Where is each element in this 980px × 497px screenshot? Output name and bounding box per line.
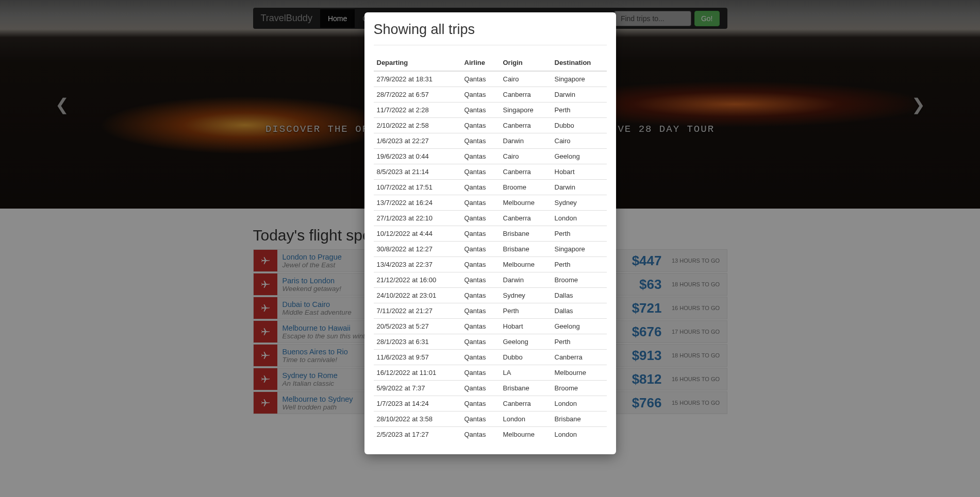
cell-airline: Qantas	[461, 412, 500, 427]
cell-departing: 5/9/2022 at 7:37	[374, 381, 461, 396]
cell-origin: Brisbane	[500, 242, 552, 257]
table-row[interactable]: 2/10/2022 at 2:58QantasCanberraDubbo	[374, 118, 607, 133]
cell-airline: Qantas	[461, 350, 500, 365]
table-row[interactable]: 11/6/2023 at 9:57QantasDubboCanberra	[374, 350, 607, 365]
cell-destination: Singapore	[552, 71, 607, 87]
table-row[interactable]: 11/7/2022 at 2:28QantasSingaporePerth	[374, 102, 607, 118]
cell-airline: Qantas	[461, 118, 500, 133]
col-departing[interactable]: Departing	[374, 55, 461, 71]
table-row[interactable]: 5/9/2022 at 7:37QantasBrisbaneBroome	[374, 381, 607, 396]
cell-departing: 30/8/2022 at 12:27	[374, 242, 461, 257]
cell-origin: Cairo	[500, 71, 552, 87]
cell-departing: 1/7/2023 at 14:24	[374, 396, 461, 412]
cell-origin: Canberra	[500, 396, 552, 412]
cell-origin: Darwin	[500, 133, 552, 149]
table-row[interactable]: 27/9/2022 at 18:31QantasCairoSingapore	[374, 71, 607, 87]
cell-destination: Geelong	[552, 319, 607, 334]
cell-origin: Brisbane	[500, 381, 552, 396]
table-row[interactable]: 8/5/2023 at 21:14QantasCanberraHobart	[374, 164, 607, 180]
cell-departing: 16/12/2022 at 11:01	[374, 365, 461, 381]
trips-table: Departing Airline Origin Destination 27/…	[374, 55, 607, 442]
cell-departing: 20/5/2023 at 5:27	[374, 319, 461, 334]
cell-departing: 8/5/2023 at 21:14	[374, 164, 461, 180]
cell-origin: Darwin	[500, 272, 552, 288]
cell-origin: Singapore	[500, 102, 552, 118]
cell-origin: LA	[500, 365, 552, 381]
cell-destination: Singapore	[552, 242, 607, 257]
cell-airline: Qantas	[461, 334, 500, 350]
cell-departing: 2/5/2023 at 17:27	[374, 427, 461, 442]
table-row[interactable]: 19/6/2023 at 0:44QantasCairoGeelong	[374, 149, 607, 164]
table-row[interactable]: 1/7/2023 at 14:24QantasCanberraLondon	[374, 396, 607, 412]
cell-destination: Dallas	[552, 303, 607, 319]
cell-airline: Qantas	[461, 242, 500, 257]
cell-airline: Qantas	[461, 87, 500, 102]
cell-departing: 11/6/2023 at 9:57	[374, 350, 461, 365]
table-row[interactable]: 27/1/2023 at 22:10QantasCanberraLondon	[374, 211, 607, 226]
cell-departing: 21/12/2022 at 16:00	[374, 272, 461, 288]
cell-departing: 19/6/2023 at 0:44	[374, 149, 461, 164]
cell-origin: Canberra	[500, 118, 552, 133]
cell-destination: Broome	[552, 272, 607, 288]
modal-title: Showing all trips	[374, 22, 607, 38]
cell-destination: Perth	[552, 226, 607, 242]
cell-origin: Cairo	[500, 149, 552, 164]
cell-origin: Canberra	[500, 164, 552, 180]
table-row[interactable]: 16/12/2022 at 11:01QantasLAMelbourne	[374, 365, 607, 381]
cell-origin: London	[500, 412, 552, 427]
table-row[interactable]: 13/7/2022 at 16:24QantasMelbourneSydney	[374, 195, 607, 211]
table-row[interactable]: 2/5/2023 at 17:27QantasMelbourneLondon	[374, 427, 607, 442]
cell-destination: Dallas	[552, 288, 607, 303]
col-destination[interactable]: Destination	[552, 55, 607, 71]
cell-departing: 27/1/2023 at 22:10	[374, 211, 461, 226]
cell-airline: Qantas	[461, 71, 500, 87]
cell-destination: Brisbane	[552, 412, 607, 427]
cell-destination: Cairo	[552, 133, 607, 149]
cell-airline: Qantas	[461, 257, 500, 272]
cell-origin: Canberra	[500, 87, 552, 102]
cell-departing: 24/10/2022 at 23:01	[374, 288, 461, 303]
table-row[interactable]: 20/5/2023 at 5:27QantasHobartGeelong	[374, 319, 607, 334]
cell-departing: 10/7/2022 at 17:51	[374, 180, 461, 195]
cell-departing: 1/6/2023 at 22:27	[374, 133, 461, 149]
table-row[interactable]: 10/12/2022 at 4:44QantasBrisbanePerth	[374, 226, 607, 242]
cell-origin: Geelong	[500, 334, 552, 350]
cell-origin: Melbourne	[500, 257, 552, 272]
cell-airline: Qantas	[461, 195, 500, 211]
table-row[interactable]: 24/10/2022 at 23:01QantasSydneyDallas	[374, 288, 607, 303]
cell-destination: Perth	[552, 334, 607, 350]
trips-modal: Showing all trips Departing Airline Orig…	[364, 12, 616, 454]
cell-departing: 27/9/2022 at 18:31	[374, 71, 461, 87]
cell-origin: Melbourne	[500, 427, 552, 442]
table-row[interactable]: 13/4/2023 at 22:37QantasMelbournePerth	[374, 257, 607, 272]
table-row[interactable]: 21/12/2022 at 16:00QantasDarwinBroome	[374, 272, 607, 288]
cell-airline: Qantas	[461, 226, 500, 242]
cell-departing: 28/1/2023 at 6:31	[374, 334, 461, 350]
divider	[374, 45, 607, 45]
col-origin[interactable]: Origin	[500, 55, 552, 71]
cell-destination: Sydney	[552, 195, 607, 211]
cell-departing: 13/7/2022 at 16:24	[374, 195, 461, 211]
table-row[interactable]: 28/1/2023 at 6:31QantasGeelongPerth	[374, 334, 607, 350]
cell-departing: 7/11/2022 at 21:27	[374, 303, 461, 319]
cell-airline: Qantas	[461, 180, 500, 195]
table-row[interactable]: 28/10/2022 at 3:58QantasLondonBrisbane	[374, 412, 607, 427]
table-row[interactable]: 10/7/2022 at 17:51QantasBroomeDarwin	[374, 180, 607, 195]
cell-departing: 11/7/2022 at 2:28	[374, 102, 461, 118]
cell-airline: Qantas	[461, 164, 500, 180]
cell-destination: Dubbo	[552, 118, 607, 133]
cell-origin: Hobart	[500, 319, 552, 334]
cell-origin: Broome	[500, 180, 552, 195]
table-row[interactable]: 1/6/2023 at 22:27QantasDarwinCairo	[374, 133, 607, 149]
cell-destination: Canberra	[552, 350, 607, 365]
cell-destination: Melbourne	[552, 365, 607, 381]
cell-destination: Darwin	[552, 180, 607, 195]
table-row[interactable]: 30/8/2022 at 12:27QantasBrisbaneSingapor…	[374, 242, 607, 257]
table-row[interactable]: 7/11/2022 at 21:27QantasPerthDallas	[374, 303, 607, 319]
col-airline[interactable]: Airline	[461, 55, 500, 71]
cell-origin: Perth	[500, 303, 552, 319]
cell-origin: Brisbane	[500, 226, 552, 242]
cell-airline: Qantas	[461, 365, 500, 381]
cell-airline: Qantas	[461, 381, 500, 396]
table-row[interactable]: 28/7/2022 at 6:57QantasCanberraDarwin	[374, 87, 607, 102]
